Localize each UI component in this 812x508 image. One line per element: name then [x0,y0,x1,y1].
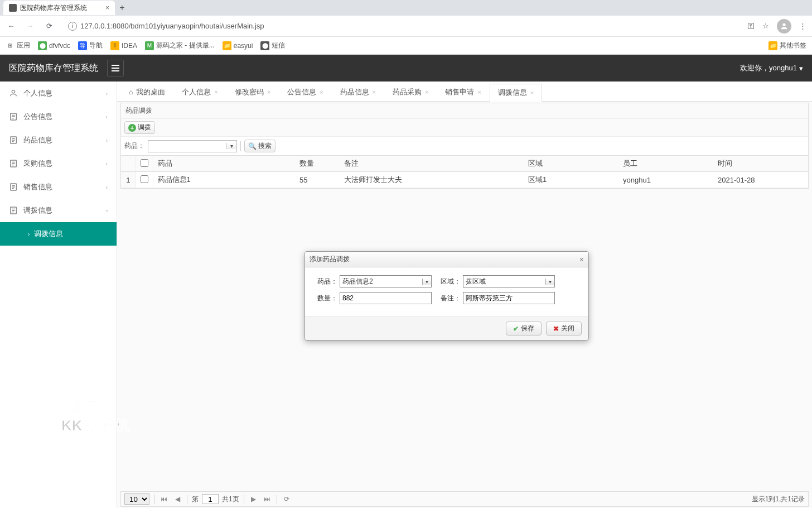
browser-chrome: 医院药物库存管理系统 × + ← → ⟳ i 127.0.0.1:8080/bd… [0,0,812,55]
new-tab-button[interactable]: + [115,3,129,13]
remark-input[interactable] [463,292,555,304]
sidebar: 个人信息 ‹ 公告信息 ‹ 药品信息 ‹ 采购信息 ‹ 销售信息 ‹ [0,82,117,508]
url-text: 127.0.0.1:8080/bdm101yiyuanyaopin/houtai… [80,22,264,30]
chevron-left-icon: ‹ [106,161,108,167]
user-icon [9,89,18,98]
info-icon: i [68,22,77,31]
bookmark-item[interactable]: ⬤短信 [260,41,285,50]
close-icon[interactable]: × [477,89,481,95]
close-icon[interactable]: × [214,89,218,95]
col-time[interactable]: 时间 [713,156,808,172]
last-page-button[interactable]: ⏭ [262,494,272,504]
back-button[interactable]: ← [6,21,17,32]
home-icon: ⌂ [129,88,133,96]
sidebar-subitem-transfer[interactable]: › 调拨信息 [0,222,117,246]
bookmark-item[interactable]: ⬤dfvfvdc [38,41,70,50]
close-icon[interactable]: × [267,89,270,95]
close-icon[interactable]: × [373,89,376,95]
browser-tab[interactable]: 医院药物库存管理系统 × [3,1,115,15]
row-checkbox[interactable] [141,175,148,183]
prev-page-button[interactable]: ◀ [172,494,182,504]
document-icon [9,136,18,145]
user-dropdown[interactable]: 欢迎你，yonghu1 ▾ [740,63,803,73]
col-region[interactable]: 区域 [524,156,618,172]
url-box[interactable]: i 127.0.0.1:8080/bdm101yiyuanyaopin/hout… [62,18,740,34]
dialog-title-bar[interactable]: 添加药品调拨 × [305,252,588,267]
page-size-select[interactable]: 10 [124,493,149,505]
close-icon[interactable]: × [425,89,428,95]
bookmark-item[interactable]: IIDEA [110,41,137,50]
add-button[interactable]: + 调拨 [124,121,155,134]
page-input[interactable] [202,494,219,504]
region-select[interactable]: 拨区域 ▾ [463,275,555,287]
key-icon[interactable]: ⚿ [747,22,755,30]
chevron-left-icon: ‹ [106,184,108,190]
reload-button[interactable]: ⟳ [44,21,55,32]
tab-drug[interactable]: 药品信息× [332,83,384,101]
page-info: 显示1到1,共1记录 [752,495,805,504]
tab-password[interactable]: 修改密码× [226,83,279,101]
star-icon[interactable]: ☆ [762,22,769,30]
bookmark-item[interactable]: M源码之家 - 提供最... [145,41,215,50]
sidebar-item-transfer[interactable]: 调拨信息 ‹ [0,199,117,222]
close-button[interactable]: ✖ 关闭 [546,322,582,336]
sidebar-item-personal[interactable]: 个人信息 ‹ [0,82,117,105]
bookmark-item[interactable]: 📁easyui [223,41,253,50]
sidebar-item-drug[interactable]: 药品信息 ‹ [0,128,117,152]
chrome-menu-icon[interactable]: ⋮ [799,22,806,30]
drug-combo[interactable]: ▾ [148,140,237,152]
filter-row: 药品： ▾ 🔍 搜索 [121,137,808,155]
close-icon[interactable]: × [105,4,109,12]
tab-sales[interactable]: 销售申请× [437,83,489,101]
search-icon: 🔍 [248,142,257,150]
tab-notice[interactable]: 公告信息× [279,83,331,101]
toolbar: + 调拨 [121,119,808,137]
save-button[interactable]: ✔ 保存 [506,322,542,336]
close-icon[interactable]: × [530,89,534,96]
qty-input[interactable] [340,292,432,304]
refresh-button[interactable]: ⟳ [282,494,292,504]
close-icon[interactable]: × [579,255,584,264]
table-row[interactable]: 1 药品信息1 55 大法师打发士大夫 区域1 yonghu1 2021-01-… [121,172,808,188]
app-title: 医院药物库存管理系统 [9,63,98,74]
favicon [9,4,17,12]
svg-point-0 [782,23,785,26]
chevron-down-icon: ‹ [104,209,110,211]
bookmark-item[interactable]: 导导航 [78,41,103,50]
select-all-checkbox[interactable] [141,159,148,167]
chevron-down-icon: ▾ [226,143,236,149]
sidebar-item-purchase[interactable]: 采购信息 ‹ [0,152,117,175]
col-drug[interactable]: 药品 [153,156,295,172]
search-button[interactable]: 🔍 搜索 [244,140,276,152]
avatar[interactable] [777,19,791,33]
document-icon [9,206,18,215]
tab-desktop[interactable]: ⌂我的桌面 [120,83,173,101]
other-bookmarks[interactable]: 📁其他书签 [768,41,806,50]
app-header: 医院药物库存管理系统 欢迎你，yonghu1 ▾ [0,55,812,82]
sidebar-item-sales[interactable]: 销售信息 ‹ [0,175,117,199]
next-page-button[interactable]: ▶ [249,494,259,504]
apps-button[interactable]: ⊞应用 [6,41,30,50]
chevron-down-icon: ▾ [422,279,431,285]
drug-select[interactable]: 药品信息2 ▾ [340,275,432,287]
close-icon[interactable]: × [320,89,323,95]
qty-label: 数量： [313,294,337,303]
remark-label: 备注： [436,294,461,303]
add-transfer-dialog: 添加药品调拨 × 药品： 药品信息2 ▾ 区域： 拨区域 ▾ 数量： [304,251,589,341]
col-staff[interactable]: 员工 [618,156,713,172]
data-table: 药品 数量 备注 区域 员工 时间 1 药品信息1 [121,155,808,188]
menu-toggle-button[interactable] [107,60,124,76]
forward-button[interactable]: → [25,21,36,32]
tab-purchase[interactable]: 药品采购× [384,83,437,101]
tabs-bar: ⌂我的桌面 个人信息× 修改密码× 公告信息× 药品信息× 药品采购× 销售申请… [117,82,812,102]
chevron-left-icon: ‹ [106,90,108,97]
svg-point-1 [12,90,14,93]
sidebar-item-notice[interactable]: 公告信息 ‹ [0,105,117,128]
tab-transfer[interactable]: 调拨信息× [490,84,542,102]
document-icon [9,112,18,121]
first-page-button[interactable]: ⏮ [159,494,169,504]
tab-personal[interactable]: 个人信息× [173,83,226,101]
data-panel: 药品调拨 + 调拨 药品： ▾ 🔍 搜索 [120,103,809,189]
col-remark[interactable]: 备注 [340,156,524,172]
col-qty[interactable]: 数量 [295,156,340,172]
